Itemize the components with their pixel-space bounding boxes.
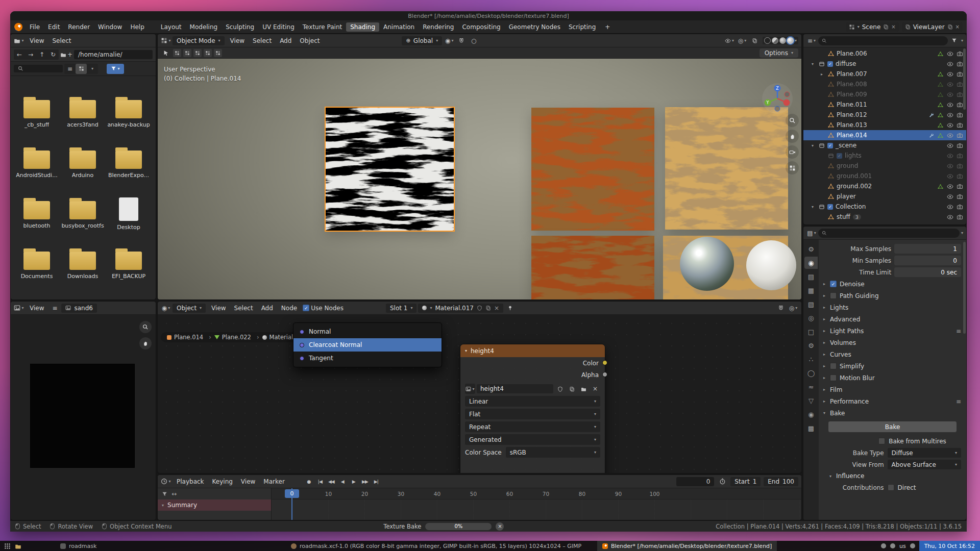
expand-arrow[interactable]: ▸ [822, 293, 827, 298]
select-circle-icon[interactable] [183, 49, 191, 57]
disable-render-icon[interactable] [956, 142, 963, 149]
disable-render-icon[interactable] [956, 204, 963, 210]
properties-tab[interactable]: ▦ [804, 284, 818, 296]
bake-button[interactable]: Bake [828, 421, 957, 433]
disable-render-icon[interactable] [956, 153, 963, 159]
open-image-icon[interactable] [578, 384, 589, 394]
property-value-field[interactable]: 1 [894, 244, 961, 254]
play-icon[interactable]: ▶ [349, 477, 359, 487]
workspace-tab[interactable]: Texture Paint [299, 22, 346, 32]
disable-render-icon[interactable] [956, 193, 963, 200]
editor-type-icon[interactable]: ▤▾ [806, 228, 817, 238]
toggle-perspective-icon[interactable] [786, 161, 799, 174]
expand-arrow[interactable]: ▾ [812, 143, 816, 148]
editor-type-icon[interactable]: ▾ [161, 36, 171, 46]
unlink-material-icon[interactable]: × [494, 305, 499, 312]
folder-tile[interactable]: Documents [14, 244, 60, 294]
outliner-row[interactable]: Plane.006 [803, 48, 966, 59]
disable-render-icon[interactable] [956, 183, 963, 190]
editor-type-icon[interactable]: ≡▾ [806, 36, 817, 46]
context-menu-item[interactable]: Clearcoat Normal [293, 338, 442, 352]
workspace-tab[interactable]: Layout [157, 22, 186, 32]
extension-dropdown[interactable]: Repeat▾ [465, 421, 600, 432]
refresh-button[interactable]: ↻ [47, 49, 59, 60]
disable-render-icon[interactable] [956, 51, 963, 57]
material-shading-icon[interactable] [779, 37, 786, 44]
overlays-icon[interactable]: ◎▾ [737, 36, 747, 46]
folder-tile[interactable]: Desktop [106, 193, 152, 244]
panel-checkbox[interactable] [830, 292, 837, 299]
unlink-scene-icon[interactable]: × [891, 24, 895, 30]
snap-node-icon[interactable] [776, 303, 786, 313]
properties-search-input[interactable] [818, 229, 960, 238]
hide-eye-icon[interactable] [946, 173, 953, 180]
properties-row[interactable]: Max Samples 1 ≡ [822, 243, 961, 255]
outliner-row[interactable]: ▸ Plane.007 [803, 69, 966, 79]
disable-render-icon[interactable] [956, 81, 963, 88]
menu-item[interactable]: View [207, 304, 230, 313]
outliner-row[interactable]: ground.001 [803, 171, 966, 181]
outliner-row[interactable]: Plane.013 [803, 120, 966, 130]
menu-item[interactable]: Select [230, 304, 257, 313]
filter-toggle[interactable]: ▾ [107, 64, 124, 74]
display-thumbnails-icon[interactable] [76, 64, 87, 74]
menu-item[interactable]: Keying [208, 477, 237, 486]
start-frame-field[interactable]: Start1 [730, 477, 761, 486]
projection-dropdown[interactable]: Flat▾ [465, 409, 600, 419]
textured-plane-selected[interactable] [326, 108, 454, 231]
menu-item[interactable]: Node [277, 304, 301, 313]
prev-keyframe-icon[interactable]: ◀◀ [326, 477, 336, 487]
expand-arrow[interactable]: ▾ [822, 411, 827, 415]
disable-render-icon[interactable] [956, 163, 963, 169]
workspace-tab[interactable]: Modeling [186, 22, 222, 32]
taskbar-clock[interactable]: Thu, 10 Oct 16:52 [919, 541, 980, 551]
disable-render-icon[interactable] [956, 112, 963, 118]
expand-arrow[interactable]: ▸ [821, 72, 825, 77]
editor-type-icon[interactable]: ▾ [14, 36, 24, 46]
property-value-field[interactable]: 0 sec [894, 267, 961, 277]
expand-arrow[interactable]: ▸ [822, 352, 827, 357]
properties-row[interactable]: ▸ Performance ≡ [822, 395, 961, 407]
menu-item[interactable]: View [26, 304, 48, 313]
disable-render-icon[interactable] [956, 214, 963, 220]
node-overlay-icon[interactable]: ◎▾ [788, 303, 798, 313]
taskbar-window-gimp[interactable]: roadmask.xcf-1.0 (RGB color 8-bit gamma … [286, 541, 586, 551]
workspace-tab[interactable]: Animation [379, 22, 419, 32]
disable-render-icon[interactable] [956, 132, 963, 139]
transform-orientation-dropdown[interactable]: ⊕Global▾ [402, 36, 442, 45]
panel-menu-icon[interactable]: ≡ [956, 398, 961, 405]
textured-plane-rust[interactable] [531, 108, 654, 231]
snap-magnet-icon[interactable] [456, 36, 467, 46]
expand-arrow[interactable]: ▸ [822, 375, 827, 380]
panel-checkbox[interactable] [830, 281, 837, 287]
blender-logo-icon[interactable] [14, 23, 22, 31]
tray-icon[interactable] [881, 543, 886, 548]
auto-key-icon[interactable]: ● [304, 477, 314, 487]
properties-row[interactable]: ▸ Simplify ≡ [822, 360, 961, 372]
cursor-tool-icon[interactable] [204, 49, 212, 57]
properties-tab[interactable]: ◉ [804, 408, 818, 420]
material-selector[interactable]: ▾ Material.017 × [418, 304, 503, 313]
menu-item[interactable]: View [26, 36, 48, 45]
image-texture-node[interactable]: ▾ height4 Color Alpha ▾ height4 × Linear… [460, 344, 605, 473]
editor-type-icon[interactable]: ◉▾ [161, 303, 171, 313]
forward-button[interactable]: → [25, 49, 36, 60]
properties-tab[interactable]: ▽ [804, 394, 818, 407]
shading-dropdown-icon[interactable]: ▾ [795, 38, 797, 43]
playhead-frame-badge[interactable]: 0 [285, 489, 299, 498]
hide-eye-icon[interactable] [946, 61, 953, 67]
unlink-image-icon[interactable]: × [590, 384, 600, 394]
properties-options-icon[interactable]: ▾ [961, 231, 963, 235]
collection-checkbox[interactable] [827, 204, 833, 210]
taskbar-window-roadmask[interactable]: roadmask [55, 541, 102, 551]
node-canvas[interactable]: Plane.014 Plane.022 Material.017 [158, 315, 801, 473]
jump-end-icon[interactable]: ▶| [371, 477, 381, 487]
hide-eye-icon[interactable] [946, 112, 953, 118]
direct-checkbox[interactable] [888, 484, 894, 491]
outliner-row[interactable]: ground [803, 161, 966, 171]
outliner-row[interactable]: player [803, 191, 966, 202]
properties-tab[interactable]: ▤ [804, 270, 818, 283]
properties-row[interactable]: Time Limit 0 sec ≡ [822, 266, 961, 278]
workspace-tab[interactable]: UV Editing [258, 22, 299, 32]
folder-tile[interactable]: AndroidStudi... [14, 143, 60, 193]
